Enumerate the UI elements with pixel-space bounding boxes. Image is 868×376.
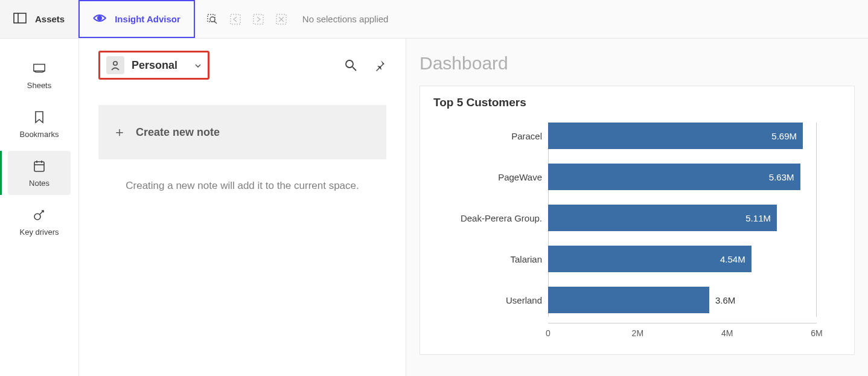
chart-xtick: 0 — [546, 328, 550, 338]
chart-x-axis: 02M4M6M — [548, 323, 817, 340]
chart-card: Top 5 Customers Paracel5.69MPageWave5.63… — [420, 86, 855, 355]
assets-icon — [13, 13, 27, 25]
chart-value-label: 5.69M — [771, 131, 797, 141]
selection-search-icon[interactable] — [206, 13, 219, 26]
svg-rect-7 — [254, 14, 263, 24]
chart-bar[interactable]: 5.11M — [548, 205, 777, 231]
svg-rect-6 — [231, 14, 240, 24]
svg-point-15 — [34, 214, 40, 220]
assets-button[interactable]: Assets — [0, 0, 78, 38]
selection-back-icon — [229, 13, 242, 26]
scope-label: Personal — [132, 59, 177, 72]
chart-row: Deak-Perera Group.5.11M — [548, 205, 817, 231]
chart-row: Userland3.6M — [548, 287, 817, 313]
svg-line-18 — [353, 67, 356, 71]
svg-point-16 — [113, 62, 117, 65]
sheets-icon — [33, 62, 46, 75]
notes-icon — [33, 159, 46, 173]
key-drivers-icon — [33, 208, 46, 221]
bookmark-icon — [33, 110, 46, 124]
chart-xtick: 4M — [721, 328, 733, 338]
eye-icon — [93, 13, 106, 25]
insight-advisor-label: Insight Advisor — [115, 14, 180, 24]
chart-category-label: PageWave — [433, 172, 542, 182]
dashboard-panel: Dashboard Top 5 Customers Paracel5.69MPa… — [406, 39, 868, 376]
chart-category-label: Paracel — [433, 131, 542, 141]
chart-value-label: 4.54M — [720, 254, 745, 264]
chart-category-label: Userland — [433, 295, 542, 305]
selection-clear-icon — [275, 13, 288, 26]
svg-rect-11 — [34, 162, 44, 171]
scope-dropdown[interactable]: Personal — [98, 51, 209, 80]
chart-bar[interactable]: 4.54M — [548, 246, 752, 272]
chart-value-label: 3.6M — [715, 295, 735, 305]
sidebar-item-label: Bookmarks — [19, 130, 59, 139]
chevron-down-icon — [194, 60, 202, 71]
pin-icon[interactable] — [373, 59, 386, 72]
selection-forward-icon — [252, 13, 265, 26]
plus-icon: ＋ — [113, 123, 126, 141]
sidebar-item-label: Key drivers — [19, 228, 59, 237]
chart-bar[interactable]: 5.63M — [548, 164, 800, 190]
sidebar-item-label: Sheets — [27, 81, 51, 90]
no-selections-text: No selections applied — [302, 14, 389, 24]
chart-xtick: 6M — [811, 328, 822, 338]
insight-advisor-button[interactable]: Insight Advisor — [78, 0, 195, 38]
chart-category-label: Talarian — [433, 254, 542, 264]
notes-panel: Personal ＋ Create new note Creating a ne… — [79, 39, 406, 376]
bar-chart: Paracel5.69MPageWave5.63MDeak-Perera Gro… — [433, 123, 841, 340]
svg-line-5 — [214, 21, 217, 24]
sidebar: Sheets Bookmarks Notes Key drivers — [0, 39, 79, 376]
chart-row: PageWave5.63M — [548, 164, 817, 190]
sidebar-item-key-drivers[interactable]: Key drivers — [8, 200, 71, 244]
sidebar-item-label: Notes — [29, 179, 49, 188]
selection-toolbar: No selections applied — [195, 0, 400, 38]
chart-value-label: 5.11M — [745, 213, 771, 223]
chart-category-label: Deak-Perera Group. — [433, 213, 542, 223]
sidebar-item-bookmarks[interactable]: Bookmarks — [8, 102, 71, 146]
chart-value-label: 5.63M — [769, 172, 794, 182]
svg-point-4 — [210, 17, 215, 22]
chart-title: Top 5 Customers — [433, 96, 841, 109]
create-note-label: Create new note — [136, 126, 220, 139]
chart-row: Talarian4.54M — [548, 246, 817, 272]
chart-xtick: 2M — [632, 328, 643, 338]
svg-rect-0 — [14, 13, 26, 23]
dashboard-title: Dashboard — [420, 53, 855, 74]
user-icon — [106, 56, 124, 74]
sidebar-item-sheets[interactable]: Sheets — [8, 53, 71, 97]
create-note-hint: Creating a new note will add it to the c… — [98, 180, 386, 192]
create-note-button[interactable]: ＋ Create new note — [98, 105, 386, 159]
chart-row: Paracel5.69M — [548, 123, 817, 149]
svg-point-17 — [346, 60, 353, 68]
search-icon[interactable] — [344, 59, 357, 72]
chart-bar[interactable]: 5.69M — [548, 123, 803, 149]
svg-point-2 — [98, 16, 101, 20]
assets-label: Assets — [35, 14, 65, 24]
chart-bar[interactable]: 3.6M — [548, 287, 709, 313]
svg-rect-3 — [208, 14, 215, 22]
sidebar-item-notes[interactable]: Notes — [8, 151, 71, 195]
